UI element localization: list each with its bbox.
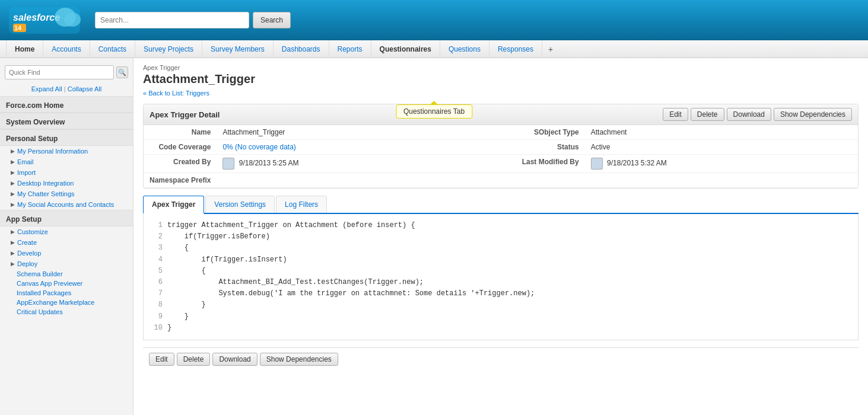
search-input[interactable]	[95, 12, 249, 28]
content-area: Apex Trigger Attachment_Trigger « Back t…	[133, 58, 868, 415]
nav-questionnaires[interactable]: Questionnaires	[371, 40, 440, 58]
sidebar-item-my-personal-info[interactable]: ▶ My Personal Information	[0, 146, 133, 157]
line-number: 10	[150, 323, 167, 334]
avatar	[591, 158, 603, 170]
code-text: {	[167, 266, 206, 277]
arrow-icon: ▶	[11, 202, 15, 208]
sidebar-section-force-home[interactable]: Force.com Home	[0, 96, 133, 113]
navbar: Home Accounts Contacts Survey Projects S…	[0, 40, 868, 58]
expand-all-link[interactable]: Expand All	[31, 85, 62, 92]
code-line: 4 if(Trigger.isInsert)	[150, 254, 852, 266]
nav-home[interactable]: Home	[6, 40, 43, 58]
sidebar-section-personal-setup: Personal Setup	[0, 129, 133, 146]
code-line: 10 }	[150, 323, 852, 334]
nav-survey-members[interactable]: Survey Members	[202, 40, 274, 58]
code-line: 3 {	[150, 242, 852, 254]
edit-button-top[interactable]: Edit	[663, 108, 688, 121]
table-row: Created By 9/18/2013 5:25 AM Last Modifi…	[144, 155, 858, 173]
quick-find-input[interactable]	[5, 65, 114, 79]
detail-header-buttons: Edit Delete Download Show Dependencies	[663, 108, 852, 121]
sidebar-item-develop[interactable]: ▶ Develop	[0, 248, 133, 258]
sidebar-item-schema-builder[interactable]: Schema Builder	[0, 269, 133, 279]
arrow-icon: ▶	[11, 191, 15, 197]
namespace-prefix-label: Namespace Prefix	[144, 173, 217, 188]
code-line: 7 System.debug('I am the trigger on atta…	[150, 288, 852, 299]
code-line: 2 if(Trigger.isBefore)	[150, 231, 852, 242]
nav-dashboards[interactable]: Dashboards	[274, 40, 329, 58]
sidebar-item-chatter-settings[interactable]: ▶ My Chatter Settings	[0, 189, 133, 199]
code-text: System.debug('I am the trigger on attach…	[167, 288, 535, 299]
logo-area: salesforce 14	[6, 4, 83, 37]
delete-button-bottom[interactable]: Delete	[177, 353, 211, 366]
detail-panel: Apex Trigger Detail Edit Delete Download…	[143, 104, 859, 189]
salesforce-logo: salesforce 14	[6, 4, 83, 37]
table-row: Code Coverage 0% (No coverage data) Stat…	[144, 140, 858, 155]
collapse-all-link[interactable]: Collapse All	[68, 85, 101, 92]
search-area: Search	[95, 12, 291, 28]
created-by-value: 9/18/2013 5:25 AM	[217, 155, 489, 173]
code-text: {	[167, 242, 189, 254]
tab-version-settings[interactable]: Version Settings	[205, 196, 275, 213]
search-button[interactable]: Search	[253, 12, 291, 28]
sobject-type-value: Attachment	[585, 125, 858, 140]
sidebar-item-installed-packages[interactable]: Installed Packages	[0, 288, 133, 298]
code-text: }	[167, 323, 171, 334]
sidebar-item-email[interactable]: ▶ Email	[0, 157, 133, 167]
sidebar-item-social-accounts[interactable]: ▶ My Social Accounts and Contacts	[0, 199, 133, 210]
nav-accounts[interactable]: Accounts	[43, 40, 90, 58]
detail-table: Name Attachment_Trigger SObject Type Att…	[144, 125, 858, 188]
search-icon[interactable]: 🔍	[116, 66, 128, 78]
line-number: 3	[150, 242, 167, 254]
status-value: Active	[585, 140, 858, 155]
nav-plus-button[interactable]: +	[542, 41, 559, 58]
sidebar-item-customize[interactable]: ▶ Customize	[0, 226, 133, 237]
download-button-bottom[interactable]: Download	[212, 353, 257, 366]
line-number: 7	[150, 288, 167, 299]
last-modified-by-date: 9/18/2013 5:32 AM	[607, 159, 667, 167]
sidebar-item-deploy[interactable]: ▶ Deploy	[0, 258, 133, 269]
tab-apex-trigger[interactable]: Apex Trigger	[143, 196, 204, 214]
sidebar-item-desktop-integration[interactable]: ▶ Desktop Integration	[0, 178, 133, 189]
tab-log-filters[interactable]: Log Filters	[276, 196, 327, 213]
code-text: trigger Attachment_Trigger on Attachment…	[167, 220, 415, 231]
download-button-top[interactable]: Download	[727, 108, 771, 121]
code-coverage-label: Code Coverage	[144, 140, 217, 155]
svg-text:salesforce: salesforce	[13, 12, 60, 23]
nav-questions[interactable]: Questions	[440, 40, 489, 58]
nav-contacts[interactable]: Contacts	[90, 40, 135, 58]
sidebar-section-system-overview[interactable]: System Overview	[0, 113, 133, 129]
show-dependencies-button-top[interactable]: Show Dependencies	[774, 108, 852, 121]
arrow-icon: ▶	[11, 170, 15, 175]
back-to-list-link[interactable]: « Back to List: Triggers	[143, 90, 859, 97]
nav-survey-projects[interactable]: Survey Projects	[135, 40, 202, 58]
line-number: 2	[150, 231, 167, 242]
code-panel: 1 trigger Attachment_Trigger on Attachme…	[143, 214, 859, 340]
show-dependencies-button-bottom[interactable]: Show Dependencies	[260, 353, 338, 366]
page-title: Attachment_Trigger	[143, 72, 859, 86]
line-number: 6	[150, 277, 167, 288]
sidebar-item-critical-updates[interactable]: Critical Updates	[0, 307, 133, 317]
expand-collapse-area: Expand All | Collapse All	[0, 84, 133, 96]
code-text: }	[167, 311, 189, 323]
nav-reports[interactable]: Reports	[329, 40, 371, 58]
delete-button-top[interactable]: Delete	[691, 108, 724, 121]
sidebar-item-import[interactable]: ▶ Import	[0, 167, 133, 178]
sidebar-item-create[interactable]: ▶ Create	[0, 237, 133, 248]
name-label: Name	[144, 125, 217, 140]
avatar	[222, 158, 234, 170]
arrow-icon: ▶	[11, 261, 15, 267]
namespace-prefix-value	[217, 173, 489, 188]
nav-responses[interactable]: Responses	[489, 40, 542, 58]
line-number: 9	[150, 311, 167, 323]
code-coverage-link[interactable]: 0% (No coverage data)	[222, 143, 295, 151]
arrow-icon: ▶	[11, 148, 15, 154]
sidebar-item-canvas-app[interactable]: Canvas App Previewer	[0, 279, 133, 288]
sidebar-item-appexchange[interactable]: AppExchange Marketplace	[0, 298, 133, 307]
svg-text:14: 14	[14, 24, 22, 31]
arrow-icon: ▶	[11, 159, 15, 165]
edit-button-bottom[interactable]: Edit	[149, 353, 174, 366]
table-row: Namespace Prefix	[144, 173, 858, 188]
created-by-date: 9/18/2013 5:25 AM	[239, 159, 299, 167]
code-text: Attachment_BI_Add_Test.testChanges(Trigg…	[167, 277, 424, 288]
arrow-icon: ▶	[11, 240, 15, 245]
